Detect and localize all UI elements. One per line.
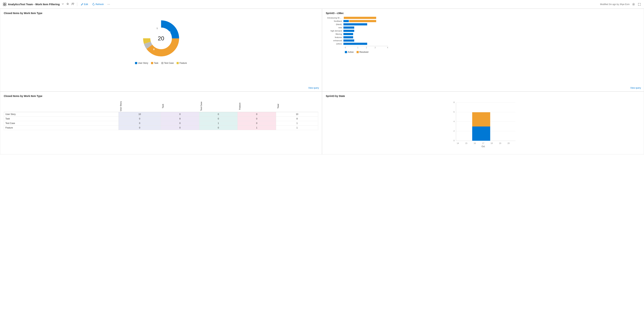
data-table: User Story Task Test Case Feature Total … <box>4 100 318 130</box>
bar-row-8: (other) <box>327 43 639 45</box>
donut-container: 10 8 1 1 20 User Story Task Tes <box>4 17 318 64</box>
expand-icon[interactable] <box>638 3 641 6</box>
dashboard: Closed Items by Work Item Type 10 8 <box>0 9 644 154</box>
bar-legend: Active Resolved <box>345 51 639 53</box>
widget-sprint3-bar: Sprint3 - c38ec Introducing Wor... feedb… <box>322 9 644 92</box>
sprint3-bar-title: Sprint3 - c38ec <box>326 12 640 15</box>
legend-user-story: User Story <box>135 62 148 64</box>
th-total: Total <box>276 100 318 112</box>
th-feature: Feature <box>238 100 276 112</box>
widget-table: Closed Items by Work Item Type User Stor… <box>0 92 322 154</box>
th-empty <box>4 100 118 112</box>
th-task: Task <box>161 100 199 112</box>
table-row: Feature 0 0 0 1 1 <box>4 126 318 130</box>
svg-rect-3 <box>5 5 6 6</box>
donut-svg: 10 8 1 1 20 <box>141 19 181 58</box>
bar-row-0: Introducing Wor... <box>327 17 639 19</box>
bar-row-7: enhanced <box>327 40 639 42</box>
legend-dot-user-story <box>135 62 137 64</box>
svg-text:4: 4 <box>454 120 454 123</box>
svg-text:Oct: Oct <box>482 145 485 148</box>
legend-test-case: Test Case <box>161 62 174 64</box>
bar-resolved <box>472 112 490 127</box>
svg-text:15: 15 <box>465 142 467 144</box>
th-user-story: User Story <box>118 100 161 112</box>
donut-legend: User Story Task Test Case Feature <box>135 62 187 64</box>
grid-icon <box>3 3 6 6</box>
svg-rect-1 <box>5 3 6 4</box>
view-query-link-2[interactable]: View query <box>630 87 641 89</box>
widget-donut-1: Closed Items by Work Item Type 10 8 <box>0 9 322 92</box>
svg-text:20: 20 <box>508 142 510 144</box>
x-axis: 0 1 2 3 4 <box>345 46 388 49</box>
people-icon[interactable] <box>71 3 75 6</box>
bar-row-6: features <box>327 36 639 38</box>
legend-dot-task <box>151 62 153 64</box>
state-chart-container: 0 2 4 6 8 14 15 16 17 <box>326 100 640 152</box>
svg-text:0: 0 <box>454 139 454 142</box>
legend-task: Task <box>151 62 158 64</box>
widget-donut-1-title: Closed Items by Work Item Type <box>4 12 318 15</box>
header-left: AnalyticsTest Team - Work Item Filtering… <box>3 2 600 6</box>
refresh-button[interactable]: Refresh <box>91 2 105 6</box>
svg-text:18: 18 <box>490 142 493 144</box>
svg-point-4 <box>72 3 73 4</box>
svg-rect-2 <box>3 5 4 6</box>
state-chart-title: Sprint3 by State <box>326 95 640 98</box>
table-row: User Story 10 0 0 0 10 <box>4 112 318 117</box>
svg-point-5 <box>73 3 74 4</box>
legend-dot-feature <box>176 62 179 64</box>
modified-text: Modified 3m ago by Jihye Eom <box>600 3 630 6</box>
legend-dot-test-case <box>161 62 164 64</box>
svg-point-6 <box>633 4 634 5</box>
svg-text:8: 8 <box>454 101 454 103</box>
svg-text:17: 17 <box>482 142 484 144</box>
table-row: Task 0 8 0 0 8 <box>4 117 318 121</box>
donut-center-value: 20 <box>158 35 164 42</box>
svg-text:1: 1 <box>156 27 158 29</box>
header: AnalyticsTest Team - Work Item Filtering… <box>0 0 644 9</box>
table-header-row: User Story Task Test Case Feature Total <box>4 100 318 112</box>
th-test-case: Test Case <box>199 100 238 112</box>
page-title: AnalyticsTest Team - Work Item Filtering <box>8 3 60 6</box>
bar-row-2: (blank) <box>327 23 639 26</box>
settings-icon[interactable] <box>632 3 635 6</box>
svg-text:10: 10 <box>168 31 170 34</box>
svg-text:19: 19 <box>499 142 501 144</box>
widget-table-title: Closed Items by Work Item Type <box>4 95 318 98</box>
svg-text:16: 16 <box>474 142 476 144</box>
bar-row-3: new <box>327 27 639 29</box>
bar-row-4: high demand <box>327 30 639 32</box>
edit-button[interactable]: Edit <box>80 2 90 6</box>
bar-row-1: feedback <box>327 20 639 22</box>
svg-text:14: 14 <box>457 142 459 144</box>
star-icon[interactable] <box>66 3 70 6</box>
svg-text:6: 6 <box>454 111 454 113</box>
more-button[interactable]: ··· <box>107 2 111 6</box>
svg-rect-0 <box>3 3 4 4</box>
header-separator <box>77 3 77 6</box>
state-chart-svg: 0 2 4 6 8 14 15 16 17 <box>327 101 639 152</box>
bar-row-5: filtering <box>327 33 639 35</box>
svg-text:1: 1 <box>162 26 163 28</box>
table-row: Test Case 0 0 1 0 1 <box>4 121 318 126</box>
chevron-down-icon[interactable] <box>61 3 64 6</box>
bar-active <box>472 127 490 141</box>
svg-text:2: 2 <box>454 130 454 132</box>
legend-feature: Feature <box>176 62 187 64</box>
widget-state-chart: Sprint3 by State 0 2 4 6 8 <box>322 92 644 154</box>
svg-text:8: 8 <box>153 48 154 51</box>
view-query-link-1[interactable]: View query <box>308 87 319 89</box>
sprint3-bar-chart: Introducing Wor... feedback (blank) <box>326 17 640 53</box>
header-right: Modified 3m ago by Jihye Eom <box>600 3 641 6</box>
